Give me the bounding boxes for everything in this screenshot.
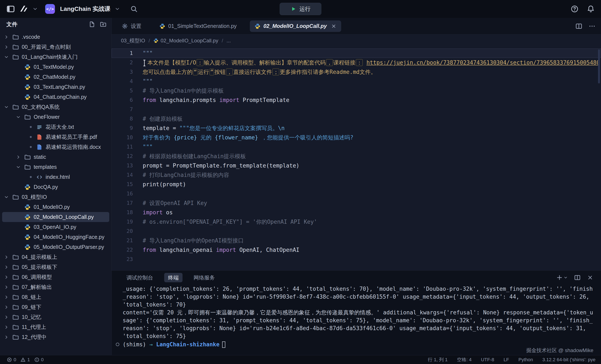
chevron-down-icon[interactable] [4, 194, 12, 200]
split-panel-icon[interactable] [574, 274, 581, 281]
line-number[interactable]: 18 [112, 208, 133, 217]
new-folder-icon[interactable] [100, 21, 106, 28]
status-item[interactable]: LF [504, 357, 509, 363]
chevron-right-icon[interactable] [4, 274, 12, 280]
bell-icon[interactable] [587, 5, 595, 13]
tree-folder[interactable]: 02_文档QA系统 [2, 102, 109, 112]
chevron-down-icon[interactable] [16, 164, 24, 170]
tree-file[interactable]: 02_ModelIO_LoopCall.py [2, 212, 109, 222]
code-line[interactable]: 20 [112, 226, 601, 236]
line-number[interactable]: 23 [112, 255, 133, 264]
search-icon[interactable] [130, 5, 138, 13]
status-item[interactable]: 3.12.2 64-bit ('shims': pye [542, 357, 595, 363]
line-number[interactable]: 7 [112, 105, 133, 114]
chevron-right-icon[interactable] [4, 254, 12, 260]
new-terminal-button[interactable] [556, 274, 568, 281]
tree-folder[interactable]: 11_代理上 [2, 322, 109, 332]
tree-file[interactable]: DocQA.py [2, 182, 109, 192]
sidebar-toggle-icon[interactable] [6, 5, 15, 13]
status-item[interactable]: UTF-8 [481, 357, 494, 363]
status-item[interactable]: 行 1, 列 1 [428, 356, 448, 363]
tree-file[interactable]: 易速鲜花运营指南.docx [2, 142, 109, 152]
breadcrumb-item[interactable]: ... [227, 38, 231, 44]
tree-folder[interactable]: 12_代理中 [2, 332, 109, 342]
app-logo-icon[interactable] [19, 4, 28, 13]
line-number[interactable]: 20 [112, 226, 133, 236]
tree-file[interactable]: 01_ModelIO.py [2, 202, 109, 212]
chevron-right-icon[interactable] [4, 314, 12, 320]
breadcrumb-item[interactable]: 03_模型IO [121, 37, 145, 44]
tree-folder[interactable]: templates [2, 162, 109, 172]
code-line[interactable]: 10对于售价为 {price} 元的 {flower_name} ，您能提供一个… [112, 133, 601, 142]
code-line[interactable]: 4""" [112, 77, 601, 86]
chevron-right-icon[interactable] [4, 324, 12, 330]
tree-folder[interactable]: static [2, 152, 109, 162]
code-line[interactable]: 9template = """您是一位专业的鲜花店文案撰写员。\n [112, 123, 601, 133]
tree-folder[interactable]: 04_提示模板上 [2, 252, 109, 262]
code-line[interactable]: 15print(prompt) [112, 180, 601, 189]
tree-folder[interactable]: 08_链上 [2, 292, 109, 302]
line-number[interactable]: 9 [112, 123, 133, 133]
more-actions-icon[interactable] [589, 23, 595, 30]
tree-file[interactable]: 01_TextModel.py [2, 62, 109, 72]
line-number[interactable]: 5 [112, 86, 133, 95]
line-number[interactable]: 12 [112, 152, 133, 161]
split-editor-icon[interactable] [575, 23, 582, 30]
line-number[interactable]: 10 [112, 133, 133, 142]
line-number[interactable]: 4 [112, 77, 133, 86]
new-file-icon[interactable] [89, 21, 95, 28]
line-number[interactable]: 15 [112, 180, 133, 189]
breadcrumb-item[interactable]: 02_ModelIO_LoopCall.py [153, 38, 218, 44]
editor-tab[interactable]: 02_ModelIO_LoopCall.py [250, 20, 341, 32]
tree-file[interactable]: 04_ModelIO_HuggingFace.py [2, 232, 109, 242]
chevron-right-icon[interactable] [4, 304, 12, 310]
code-line[interactable]: 17# 设置OpenAI API Key [112, 198, 601, 208]
tree-file[interactable]: 03_TextLangChain.py [2, 82, 109, 92]
chevron-right-icon[interactable] [4, 334, 12, 340]
panel-tab[interactable]: 网络服务 [190, 273, 219, 282]
editor-tab[interactable]: 设置 [117, 20, 146, 32]
code-line[interactable]: 23 [112, 255, 601, 264]
code-line[interactable]: 16 [112, 189, 601, 198]
editor-scrollbar[interactable] [598, 49, 600, 83]
code-line[interactable]: 8# 创建原始模板 [112, 114, 601, 123]
help-icon[interactable] [571, 5, 578, 13]
line-number[interactable]: 17 [112, 198, 133, 208]
code-line[interactable]: 6from langchain.prompts import PromptTem… [112, 95, 601, 105]
code-line[interactable]: 1""" [112, 49, 601, 58]
tree-file[interactable]: 03_OpenAI_IO.py [2, 222, 109, 232]
code-line[interactable]: 22from langchain_openai import OpenAI, C… [112, 245, 601, 255]
line-number[interactable]: 1 [112, 49, 133, 58]
line-number[interactable]: 21 [112, 236, 133, 245]
status-item[interactable]: Python [518, 357, 533, 363]
tree-folder[interactable]: OneFlower [2, 112, 109, 122]
line-number[interactable]: 8 [112, 114, 133, 123]
chevron-right-icon[interactable] [4, 284, 12, 290]
code-line[interactable]: 2本文件是【模型I/O：输入提示、调用模型、解析输出】章节的配套代码，课程链接：… [112, 58, 601, 67]
code-area[interactable]: 1"""2本文件是【模型I/O：输入提示、调用模型、解析输出】章节的配套代码，课… [112, 47, 601, 270]
tree-file[interactable]: index.html [2, 172, 109, 182]
problems-item[interactable]: 0 [7, 357, 16, 363]
code-line[interactable]: 7 [112, 105, 601, 114]
chevron-right-icon[interactable] [4, 34, 12, 40]
line-number[interactable]: 11 [112, 142, 133, 152]
tree-folder[interactable]: 05_提示模板下 [2, 262, 109, 272]
tree-folder[interactable]: 00_开篇词_奇点时刻 [2, 42, 109, 52]
run-button[interactable]: 运行 [280, 3, 321, 15]
tree-folder[interactable]: 03_模型IO [2, 192, 109, 202]
line-number[interactable]: 13 [112, 161, 133, 170]
tree-file[interactable]: 02_ChatModel.py [2, 72, 109, 82]
chevron-down-icon[interactable] [4, 54, 12, 60]
panel-tab[interactable]: 终端 [164, 273, 182, 282]
chevron-right-icon[interactable] [16, 154, 24, 160]
chevron-right-icon[interactable] [4, 44, 12, 50]
chevron-down-icon[interactable] [16, 114, 24, 120]
tree-file[interactable]: 花语大全.txt [2, 122, 109, 132]
tree-folder[interactable]: 09_链下 [2, 302, 109, 312]
panel-tab[interactable]: 调试控制台 [123, 273, 157, 282]
code-link[interactable]: https://juejin.cn/book/73877023474361303… [367, 59, 600, 66]
line-number[interactable]: 14 [112, 170, 133, 180]
editor-tab[interactable]: 01_SimpleTextGeneration.py [155, 20, 241, 32]
code-line[interactable]: 3您可以点击最上方的“运行”按钮，直接运行该文件；更多操作指引请参考Readme… [112, 67, 601, 77]
chevron-right-icon[interactable] [4, 264, 12, 270]
